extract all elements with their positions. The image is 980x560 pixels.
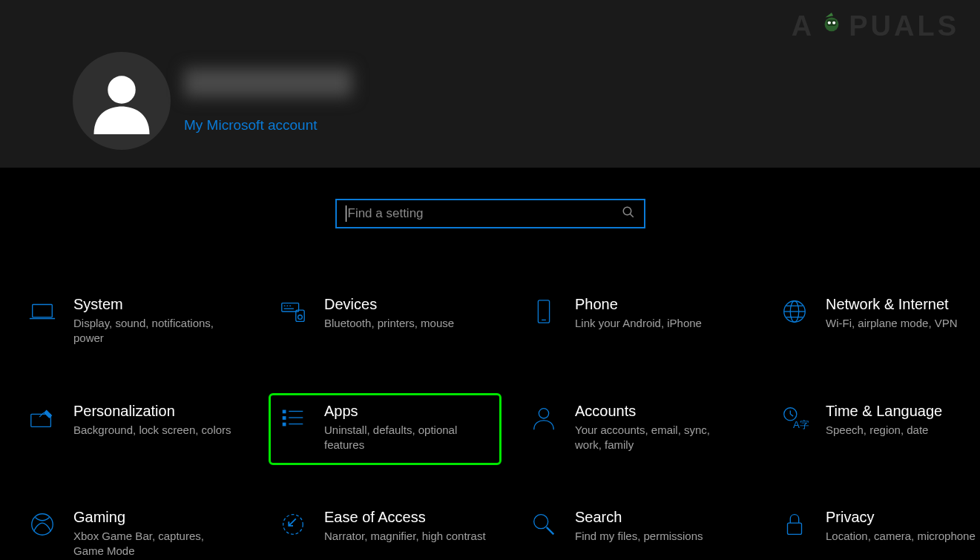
text-cursor — [346, 205, 346, 222]
tile-desc: Uninstall, defaults, optional features — [324, 423, 487, 453]
tile-title: Privacy — [826, 509, 976, 526]
paintbrush-icon — [27, 404, 57, 434]
lock-icon — [780, 510, 809, 540]
svg-text:A字: A字 — [793, 419, 809, 430]
phone-icon — [529, 297, 559, 327]
search-container — [0, 168, 980, 228]
svg-rect-29 — [283, 422, 286, 426]
watermark-pre: A — [792, 10, 815, 42]
tile-title: Ease of Access — [324, 509, 486, 526]
tile-title: Personalization — [73, 403, 231, 420]
svg-rect-16 — [538, 300, 549, 323]
keyboard-speaker-icon — [278, 297, 308, 327]
svg-point-4 — [108, 76, 136, 104]
tile-accounts[interactable]: Accounts Your accounts, email, sync, wor… — [522, 393, 752, 466]
person-icon — [529, 404, 559, 434]
svg-rect-7 — [33, 305, 53, 317]
svg-point-36 — [32, 514, 53, 536]
tile-desc: Narrator, magnifier, high contrast — [324, 529, 486, 544]
account-display-name: ██████████ — [184, 68, 347, 98]
tile-title: Time & Language — [826, 403, 942, 420]
appuals-watermark: A PUALS — [792, 10, 959, 42]
laptop-icon — [27, 297, 57, 327]
tile-desc: Find my files, permissions — [575, 529, 703, 544]
tile-desc: Background, lock screen, colors — [73, 423, 231, 438]
svg-point-15 — [298, 315, 303, 320]
clock-language-icon: A字 — [780, 404, 809, 434]
tile-desc: Display, sound, notifications, power — [73, 316, 237, 346]
tile-phone[interactable]: Phone Link your Android, iPhone — [522, 286, 752, 359]
search-icon — [622, 205, 635, 222]
tile-title: Gaming — [73, 509, 237, 526]
tile-desc: Speech, region, date — [826, 423, 942, 438]
tile-title: Phone — [575, 296, 702, 313]
avatar[interactable] — [73, 52, 171, 150]
tile-network[interactable]: Network & Internet Wi-Fi, airplane mode,… — [773, 286, 980, 359]
tile-time-language[interactable]: A字 Time & Language Speech, region, date — [773, 393, 980, 466]
svg-point-38 — [534, 515, 548, 529]
search-box[interactable] — [335, 199, 645, 228]
tile-title: Network & Internet — [826, 296, 958, 313]
svg-rect-40 — [788, 523, 802, 534]
svg-point-3 — [832, 21, 835, 24]
svg-rect-25 — [283, 409, 286, 413]
tile-title: Devices — [324, 296, 454, 313]
appuals-mascot-icon — [816, 11, 847, 42]
tile-desc: Xbox Game Bar, captures, Game Mode — [73, 529, 237, 559]
svg-point-31 — [539, 408, 548, 418]
svg-line-6 — [630, 214, 634, 217]
ease-of-access-icon — [278, 510, 308, 540]
list-icon — [278, 404, 308, 434]
settings-grid: System Display, sound, notifications, po… — [0, 228, 980, 560]
xbox-icon — [27, 510, 57, 540]
tile-privacy[interactable]: Privacy Location, camera, microphone — [773, 499, 980, 560]
tile-gaming[interactable]: Gaming Xbox Game Bar, captures, Game Mod… — [21, 499, 251, 560]
svg-line-24 — [39, 412, 44, 417]
tile-personalization[interactable]: Personalization Background, lock screen,… — [21, 393, 251, 466]
svg-line-39 — [547, 527, 554, 535]
tile-apps[interactable]: Apps Uninstall, defaults, optional featu… — [269, 393, 501, 466]
svg-point-37 — [283, 515, 303, 535]
svg-point-2 — [828, 21, 831, 24]
tile-title: Apps — [324, 403, 487, 420]
tile-desc: Bluetooth, printers, mouse — [324, 316, 454, 331]
account-profile: ██████████ My Microsoft account — [73, 52, 980, 150]
my-microsoft-account-link[interactable]: My Microsoft account — [184, 117, 347, 134]
tile-search[interactable]: Search Find my files, permissions — [522, 499, 752, 560]
tile-ease-of-access[interactable]: Ease of Access Narrator, magnifier, high… — [272, 499, 501, 560]
tile-devices[interactable]: Devices Bluetooth, printers, mouse — [272, 286, 501, 359]
tile-desc: Wi-Fi, airplane mode, VPN — [826, 316, 958, 331]
tile-title: Search — [575, 509, 703, 526]
user-icon — [88, 67, 155, 134]
svg-rect-27 — [283, 416, 286, 420]
globe-icon — [780, 297, 809, 327]
svg-point-5 — [623, 207, 631, 215]
tile-desc: Location, camera, microphone — [826, 529, 976, 544]
tile-title: Accounts — [575, 403, 738, 420]
search-input[interactable] — [348, 206, 622, 221]
tile-title: System — [73, 296, 237, 313]
magnifier-icon — [529, 510, 559, 540]
svg-line-34 — [790, 414, 793, 416]
tile-system[interactable]: System Display, sound, notifications, po… — [21, 286, 251, 359]
watermark-post: PUALS — [849, 10, 959, 42]
tile-desc: Your accounts, email, sync, work, family — [575, 423, 738, 453]
tile-desc: Link your Android, iPhone — [575, 316, 702, 331]
settings-header: A PUALS ██████████ My Microsoft account — [0, 0, 980, 168]
